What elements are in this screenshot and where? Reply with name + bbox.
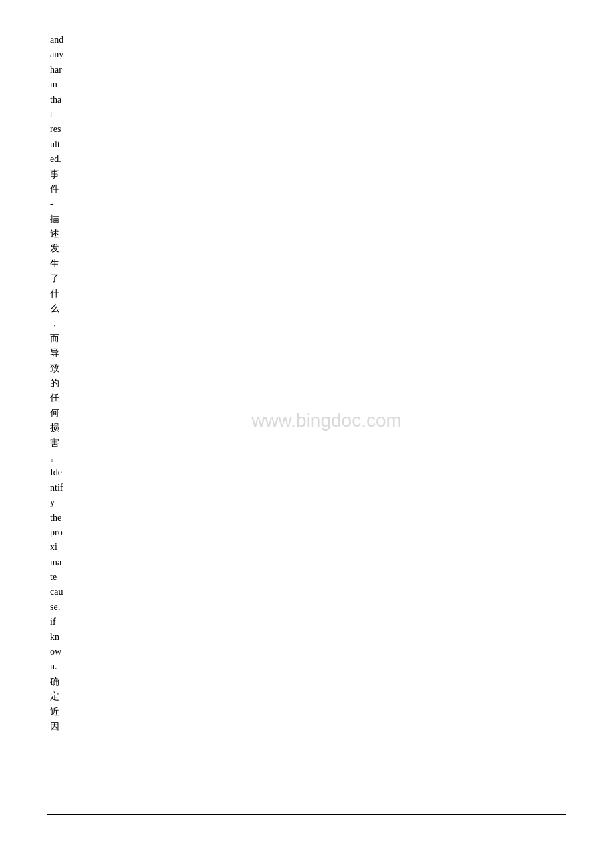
watermark-text: www.bingdoc.com (251, 410, 402, 431)
right-column: www.bingdoc.com (87, 27, 566, 814)
document-table: and any har m tha t res ult ed. 事 件 - 描 … (47, 27, 566, 815)
page-container: and any har m tha t res ult ed. 事 件 - 描 … (0, 0, 613, 868)
left-column: and any har m tha t res ult ed. 事 件 - 描 … (47, 27, 87, 814)
left-column-text: and any har m tha t res ult ed. 事 件 - 描 … (47, 27, 69, 739)
